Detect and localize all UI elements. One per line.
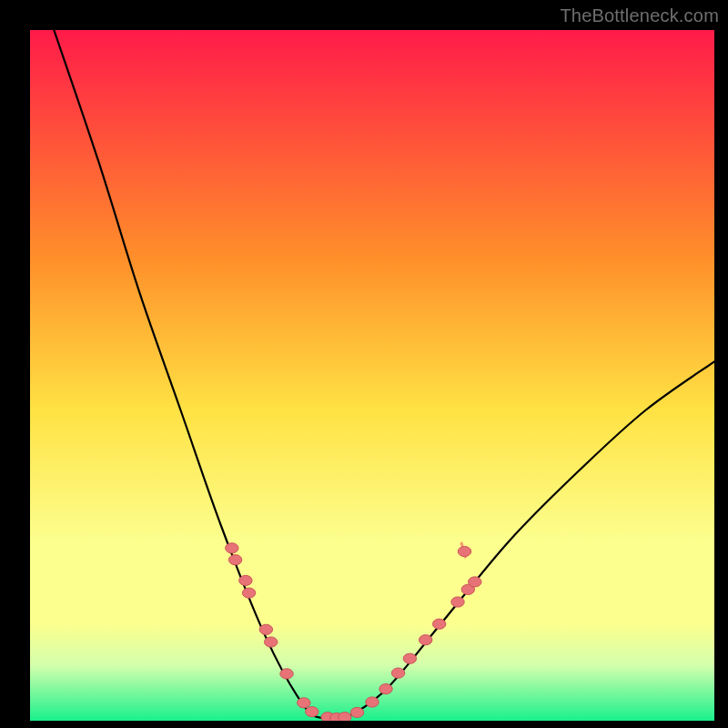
sample-point	[306, 707, 318, 717]
sample-point	[239, 575, 252, 585]
sample-point	[298, 698, 310, 708]
sample-point	[469, 577, 481, 587]
sample-point	[259, 624, 272, 634]
sample-point	[366, 697, 379, 707]
sample-point	[228, 555, 241, 565]
bottleneck-chart	[0, 0, 728, 728]
sample-point	[242, 588, 255, 598]
sample-point	[379, 684, 392, 694]
sample-point	[280, 669, 293, 679]
sample-point	[226, 543, 238, 553]
sample-point	[391, 668, 404, 678]
sample-point	[458, 546, 470, 556]
sample-point	[265, 637, 278, 647]
sample-point	[451, 597, 464, 607]
sample-point	[420, 635, 432, 645]
watermark-label: TheBottleneck.com	[560, 5, 719, 26]
chart-gradient-bg	[30, 30, 714, 721]
sample-point	[403, 653, 416, 663]
sample-point	[433, 619, 446, 629]
sample-point	[350, 707, 363, 717]
